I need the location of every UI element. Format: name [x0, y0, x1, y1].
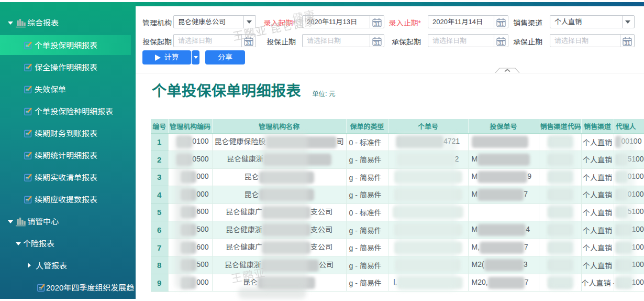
svg-text:31: 31 [624, 40, 630, 46]
